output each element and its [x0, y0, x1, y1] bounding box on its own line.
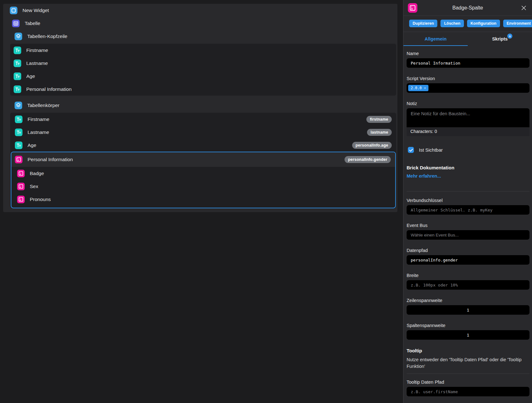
- text-icon: [15, 129, 22, 136]
- tree-row-label: Tabellen-Kopfzeile: [27, 34, 67, 39]
- tooltip-data-path-label: Tooltip Daten Pfad: [407, 380, 529, 385]
- tree-row-label: Age: [26, 73, 35, 79]
- script-version-label: Script Version: [407, 76, 529, 81]
- width-label: Breite: [407, 273, 529, 278]
- note-field-group: Notiz Characters: 0: [407, 101, 529, 136]
- tree-row-label: Tabellenkörper: [27, 103, 60, 108]
- tree-row-sex[interactable]: Sex: [11, 180, 395, 193]
- tree-row-personal-information-header[interactable]: Personal Information: [10, 83, 396, 96]
- row-span-input[interactable]: [407, 305, 529, 315]
- tree-row-tabelle[interactable]: Tabelle: [3, 17, 397, 30]
- layers-icon: [15, 33, 22, 40]
- section-divider: [407, 191, 529, 192]
- text-icon: [14, 72, 21, 80]
- tree-row-label: Personal Information: [26, 86, 72, 92]
- learn-more-link[interactable]: Mehr erfahren...: [407, 173, 529, 179]
- tree-row-tabellen-kopfzeile[interactable]: Tabellen-Kopfzeile: [3, 30, 397, 43]
- tooltip-data-path-input[interactable]: [407, 387, 529, 396]
- remove-tag-icon[interactable]: ×: [424, 86, 426, 90]
- duplicate-button[interactable]: Duplizieren: [409, 20, 437, 27]
- configuration-button[interactable]: Konfiguration: [467, 20, 500, 27]
- image-icon: [17, 196, 25, 203]
- data-path-field-group: Datenpfad: [407, 248, 529, 265]
- tree-row-label: Sex: [30, 184, 38, 189]
- tree-row-age-header[interactable]: Age: [10, 70, 396, 83]
- image-icon: [17, 183, 25, 190]
- tree-row-label: Lastname: [28, 129, 49, 135]
- tree-row-label: Lastname: [26, 60, 48, 66]
- table-header-group: Firstname Lastname Age Personal Informat…: [10, 44, 396, 96]
- tooltip-title: Tooltip: [407, 348, 529, 353]
- tree-row-lastname-header[interactable]: Lastname: [10, 57, 396, 70]
- layers-icon: [15, 102, 22, 109]
- panel-header: Badge-Spalte: [403, 0, 532, 16]
- delete-button[interactable]: Löschen: [440, 20, 464, 27]
- version-tag: 2.0.0 ×: [408, 85, 428, 91]
- tooltip-section: Tooltip Nutze entweder den 'Tooltip Date…: [407, 348, 529, 370]
- name-input[interactable]: [407, 58, 529, 68]
- visible-checkbox[interactable]: [408, 147, 414, 153]
- panel-tabs: Allgemein Skripts 0: [403, 32, 532, 46]
- row-span-label: Zeilenspannweite: [407, 298, 529, 303]
- width-field-group: Breite: [407, 273, 529, 290]
- event-bus-label: Event Bus: [407, 223, 529, 228]
- image-icon: [17, 170, 25, 177]
- tree-row-badge[interactable]: Badge: [11, 167, 395, 180]
- tab-skripts-label: Skripts: [492, 36, 508, 41]
- action-buttons: Duplizieren Löschen Konfiguration Enviro…: [403, 16, 532, 32]
- tooltip-data-path-field-group: Tooltip Daten Pfad: [407, 380, 529, 396]
- panel-content: Name Script Version 2.0.0 × Notiz Charac…: [403, 46, 532, 403]
- tree-row-personal-information-body-selected[interactable]: Personal Information personalInfo.gender: [11, 152, 395, 167]
- section-divider: [407, 374, 529, 374]
- tree-row-label: Badge: [30, 171, 44, 176]
- width-input[interactable]: [407, 280, 529, 290]
- scripts-count-badge: 0: [507, 34, 512, 39]
- visible-label: Ist Sichtbar: [419, 147, 443, 153]
- note-label: Notiz: [407, 101, 529, 106]
- note-textarea[interactable]: [407, 108, 529, 127]
- data-path-label: Datenpfad: [407, 248, 529, 253]
- name-label: Name: [407, 51, 529, 56]
- event-bus-input[interactable]: [407, 230, 529, 240]
- visible-field-group: Ist Sichtbar: [408, 147, 529, 153]
- tab-allgemein[interactable]: Allgemein: [403, 32, 468, 46]
- event-bus-field-group: Event Bus: [407, 223, 529, 240]
- col-span-field-group: Spaltenspannweite: [407, 323, 529, 340]
- tree-row-pronouns[interactable]: Pronouns: [11, 193, 395, 206]
- tree-row-tabellenkoerper[interactable]: Tabellenkörper: [3, 99, 397, 112]
- text-icon: [15, 142, 22, 149]
- properties-panel: Badge-Spalte Duplizieren Löschen Konfigu…: [403, 0, 532, 403]
- widget-icon: [10, 7, 17, 14]
- data-path-input[interactable]: [407, 255, 529, 265]
- compound-key-input[interactable]: [407, 205, 529, 215]
- table-icon: [12, 20, 20, 27]
- data-path-badge: personalInfo.gender: [345, 156, 391, 163]
- text-icon: [14, 47, 21, 54]
- col-span-input[interactable]: [407, 330, 529, 340]
- tree-row-label: New Widget: [22, 8, 49, 13]
- docs-title: Brick Dokumentation: [407, 165, 529, 170]
- version-tag-label: 2.0.0: [411, 86, 422, 90]
- text-icon: [14, 60, 21, 67]
- compound-key-label: Verbundschlüssel: [407, 198, 529, 203]
- selected-node-children: Badge Sex Pronouns: [11, 167, 395, 206]
- tree-row-lastname-body[interactable]: Lastname lastname: [10, 126, 396, 139]
- image-icon: [15, 156, 22, 163]
- script-version-input[interactable]: 2.0.0 ×: [407, 83, 529, 93]
- data-path-badge: personalInfo.age: [352, 142, 392, 149]
- widget-tree-canvas: New Widget Tabelle Tabellen-Kopfzeile Fi…: [3, 4, 397, 212]
- tree-row-firstname-body[interactable]: Firstname firstname: [10, 113, 396, 126]
- close-icon[interactable]: [520, 4, 528, 12]
- environment-button[interactable]: Environment: [503, 20, 532, 27]
- tree-row-age-body[interactable]: Age personalInfo.age: [10, 139, 396, 152]
- tree-row-label: Pronouns: [30, 197, 51, 202]
- table-body-group: Firstname firstname Lastname lastname Ag…: [10, 113, 396, 208]
- tab-skripts[interactable]: Skripts 0: [468, 32, 532, 46]
- panel-title: Badge-Spalte: [403, 5, 532, 11]
- tree-row-firstname-header[interactable]: Firstname: [10, 44, 396, 57]
- tree-row-label: Age: [28, 142, 36, 148]
- tree-row-new-widget[interactable]: New Widget: [3, 4, 397, 17]
- name-field-group: Name: [407, 51, 529, 68]
- text-icon: [14, 85, 21, 93]
- tooltip-hint: Nutze entweder den 'Tooltip Daten Pfad' …: [407, 356, 527, 370]
